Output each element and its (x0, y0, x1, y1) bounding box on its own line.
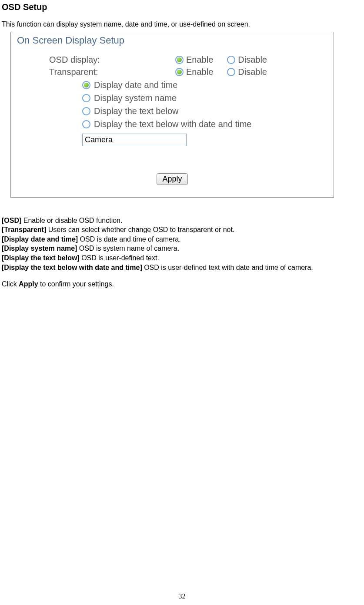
transparent-enable-radio[interactable] (175, 68, 184, 76)
definition-display-text-below: [Display the text below] OSD is user-def… (2, 253, 364, 263)
transparent-label: Transparent: (11, 67, 175, 77)
option-text-below-datetime-radio[interactable] (82, 120, 90, 128)
definition-display-text-below-datetime: [Display the text below with date and ti… (2, 263, 364, 272)
intro-text: This function can display system name, d… (0, 20, 364, 28)
osd-display-label: OSD display: (11, 54, 175, 65)
page-heading: OSD Setup (0, 2, 364, 12)
osd-display-disable-label: Disable (238, 54, 267, 65)
option-text-below-radio[interactable] (82, 107, 90, 115)
transparent-disable-label: Disable (238, 67, 267, 77)
osd-display-enable-radio[interactable] (175, 56, 184, 64)
definition-osd: [OSD] Enable or disable OSD function. (2, 216, 364, 225)
transparent-disable-radio[interactable] (227, 68, 235, 76)
osd-setup-panel: On Screen Display Setup OSD display: Ena… (10, 32, 334, 197)
osd-display-disable-radio[interactable] (227, 56, 235, 64)
option-text-below-label: Display the text below (94, 106, 179, 116)
apply-button[interactable]: Apply (157, 173, 187, 185)
option-system-name-label: Display system name (94, 93, 177, 103)
definitions-block: [OSD] Enable or disable OSD function. [T… (0, 216, 364, 272)
option-system-name-radio[interactable] (82, 94, 90, 102)
closing-text: Click Apply to confirm your settings. (0, 280, 364, 288)
option-date-time-label: Display date and time (94, 80, 177, 90)
custom-text-input[interactable] (82, 134, 187, 146)
definition-transparent: [Transparent] Users can select whether c… (2, 225, 364, 235)
definition-display-system-name: [Display system name] OSD is system name… (2, 244, 364, 253)
panel-title: On Screen Display Setup (17, 35, 334, 46)
definition-display-date-time: [Display date and time] OSD is date and … (2, 235, 364, 244)
transparent-enable-label: Enable (186, 67, 213, 77)
option-date-time-radio[interactable] (82, 81, 90, 89)
osd-display-enable-label: Enable (186, 54, 213, 65)
option-text-below-datetime-label: Display the text below with date and tim… (94, 119, 251, 129)
